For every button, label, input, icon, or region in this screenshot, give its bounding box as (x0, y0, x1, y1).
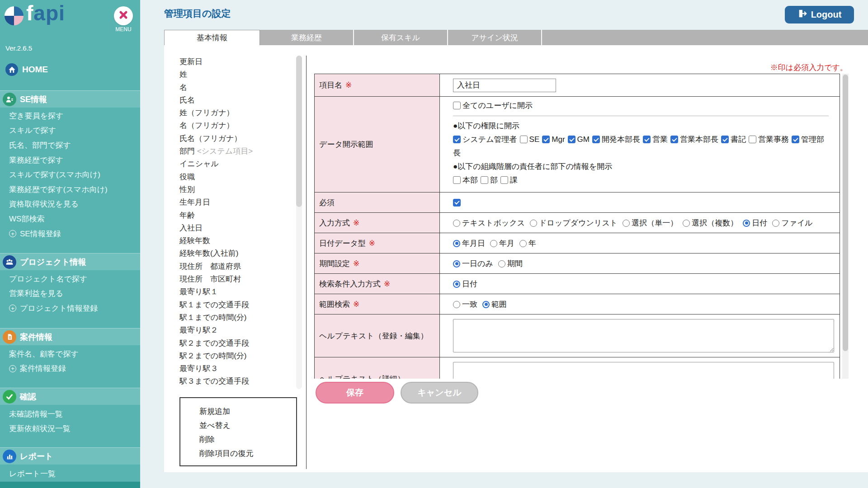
field-list-item[interactable]: イニシャル (179, 158, 293, 170)
sidebar-item[interactable]: スキルで探す (9, 123, 108, 138)
field-list-item[interactable]: 駅１までの交通手段 (179, 299, 293, 311)
logout-button[interactable]: Logout (785, 6, 854, 23)
field-list-item[interactable]: 役職 (179, 171, 293, 183)
permission-option[interactable]: Mgr (542, 135, 565, 144)
radio-option[interactable]: 日付 (743, 218, 767, 228)
field-list-item[interactable]: 最寄り駅３ (179, 362, 293, 375)
permission-option[interactable]: システム管理者 (453, 135, 517, 144)
org-level-option[interactable]: 本部 (453, 176, 478, 184)
tab-inactive[interactable]: 業務経歴 (260, 30, 354, 45)
field-list-item[interactable]: 姓 (179, 68, 293, 81)
sidebar-item[interactable]: +案件情報登録 (9, 361, 79, 376)
tab-inactive[interactable]: アサイン状況 (448, 30, 542, 45)
item-name-input[interactable] (453, 79, 556, 92)
sidebar-section-document[interactable]: 案件情報 (0, 328, 140, 345)
checkbox-checked[interactable] (721, 136, 729, 143)
radio-option[interactable]: 年月 (490, 238, 514, 249)
radio-option[interactable]: ドロップダウンリスト (530, 218, 618, 228)
permission-option[interactable]: GM (568, 135, 590, 144)
radio-unselected[interactable] (498, 260, 505, 267)
action-item[interactable]: 削除 (199, 432, 296, 446)
sidebar-item[interactable]: 案件名、顧客で探す (9, 347, 79, 361)
cancel-button[interactable]: キャンセル (401, 382, 478, 404)
permission-option[interactable]: 書記 (721, 135, 746, 144)
sidebar-item[interactable]: 未確認情報一覧 (9, 407, 71, 422)
sidebar-item[interactable]: 業務経歴で探す(スマホ向け) (9, 182, 108, 197)
radio-unselected[interactable] (519, 240, 527, 247)
field-list-item[interactable]: 経験年数(入社前) (179, 247, 293, 260)
radio-option[interactable]: テキストボックス (453, 218, 525, 228)
tab-active[interactable]: 基本情報 (164, 30, 260, 45)
field-list-item[interactable]: 駅２までの交通手段 (179, 337, 293, 350)
checkbox-checked[interactable] (643, 136, 651, 143)
permission-option[interactable]: 開発本部長 (592, 135, 640, 144)
radio-selected[interactable] (743, 220, 750, 227)
checkbox-unchecked[interactable] (453, 102, 461, 109)
all-users-option[interactable]: 全てのユーザに開示 (453, 101, 533, 110)
sidebar-section-group[interactable]: プロジェクト情報 (0, 253, 140, 270)
field-list-item[interactable]: 入社日 (179, 222, 293, 235)
permission-option[interactable]: 営業本部長 (670, 135, 718, 144)
checkbox-checked[interactable] (453, 136, 461, 143)
field-list-item[interactable]: 更新日 (179, 56, 293, 68)
radio-unselected[interactable] (623, 220, 630, 227)
action-item[interactable]: 新規追加 (199, 404, 296, 418)
org-level-option[interactable]: 課 (500, 176, 518, 184)
permission-option[interactable]: 営業 (643, 135, 668, 144)
checkbox-unchecked[interactable] (520, 136, 528, 143)
radio-selected[interactable] (453, 281, 460, 288)
sidebar-item[interactable]: 氏名、部門で探す (9, 138, 108, 153)
sidebar-section-chart[interactable]: レポート (0, 447, 140, 465)
sidebar-item[interactable]: 資格取得状況を見る (9, 197, 108, 212)
radio-option[interactable]: ファイル (772, 218, 813, 228)
radio-option[interactable]: 選択（単一） (623, 218, 678, 228)
org-level-option[interactable]: 部 (481, 176, 498, 184)
radio-option[interactable]: 一致 (453, 299, 477, 310)
field-list-item[interactable]: 最寄り駅１ (179, 286, 293, 298)
sidebar-item[interactable]: プロジェクト名で探す (9, 272, 98, 286)
checkbox-checked[interactable] (670, 136, 678, 143)
field-list-item[interactable]: 現住所 都道府県 (179, 260, 293, 273)
sidebar-item[interactable]: +プロジェクト情報登録 (9, 301, 98, 316)
help-detail-textarea[interactable] (453, 362, 834, 379)
radio-unselected[interactable] (530, 220, 537, 227)
field-list-item[interactable]: 姓（フリガナ） (179, 107, 293, 119)
radio-option[interactable]: 期間 (498, 258, 523, 269)
permission-option[interactable]: 営業事務 (749, 135, 789, 144)
field-list-item[interactable]: 駅３までの交通手段 (179, 375, 293, 388)
radio-selected[interactable] (453, 260, 460, 267)
radio-selected[interactable] (482, 301, 490, 308)
permission-option[interactable]: SE (520, 135, 540, 144)
sidebar-item[interactable]: レポート一覧 (9, 466, 56, 481)
field-list-scrollbar[interactable] (296, 56, 302, 389)
radio-option[interactable]: 日付 (453, 279, 477, 289)
save-button[interactable]: 保存 (316, 382, 394, 404)
action-item[interactable]: 並べ替え (199, 418, 296, 432)
checkbox-unchecked[interactable] (481, 176, 488, 184)
radio-unselected[interactable] (453, 301, 460, 308)
sidebar-section-person[interactable]: SE情報 (0, 90, 140, 108)
sidebar-item[interactable]: WS部検索 (9, 211, 108, 226)
field-list-scrollbar-thumb[interactable] (296, 56, 302, 207)
form-scrollbar[interactable] (842, 74, 849, 379)
radio-option[interactable]: 一日のみ (453, 258, 493, 269)
checkbox-unchecked[interactable] (749, 136, 756, 143)
sidebar-item[interactable]: 業務経歴で探す (9, 153, 108, 168)
field-list-item[interactable]: 駅３までの時間(分) (179, 388, 293, 389)
radio-unselected[interactable] (772, 220, 779, 227)
checkbox-checked[interactable] (453, 199, 461, 206)
help-edit-textarea[interactable] (453, 319, 834, 352)
field-list-item[interactable]: 部門 <システム項目> (179, 145, 293, 158)
action-item[interactable]: 削除項目の復元 (199, 446, 296, 460)
field-list-item[interactable]: 生年月日 (179, 196, 293, 209)
field-list-item[interactable]: 現住所 市区町村 (179, 273, 293, 286)
radio-option[interactable]: 年月日 (453, 238, 485, 249)
field-list-item[interactable]: 性別 (179, 183, 293, 196)
sidebar-item[interactable]: +SE情報登録 (9, 226, 108, 241)
radio-option[interactable]: 年 (519, 238, 536, 249)
field-list-item[interactable]: 氏名（フリガナ） (179, 132, 293, 145)
sidebar-section-check[interactable]: 確認 (0, 388, 140, 405)
form-scrollbar-thumb[interactable] (843, 75, 848, 351)
checkbox-checked[interactable] (542, 136, 550, 143)
checkbox-checked[interactable] (568, 136, 576, 143)
